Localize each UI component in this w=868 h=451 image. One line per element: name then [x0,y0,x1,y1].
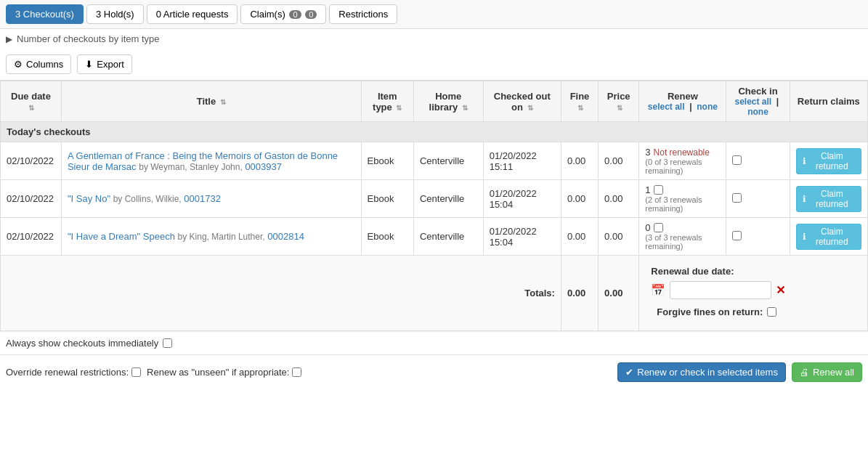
override-renewal-label: Override renewal restrictions: [6,367,141,378]
row3-checked-out-on: 01/20/2022 15:04 [483,218,561,256]
row2-checked-out-on: 01/20/2022 15:04 [483,180,561,218]
tab-restrictions[interactable]: Restrictions [329,4,397,24]
row3-renew: 0 (3 of 3 renewals remaining) [639,218,726,256]
row1-barcode-link[interactable]: 0003937 [245,161,282,172]
row3-check-in-checkbox[interactable] [732,231,742,240]
section-header-today: Today's checkouts [1,122,868,142]
checkouts-table: Due date ⇅ Title ⇅ Item type ⇅ Home libr… [0,81,868,331]
row1-price: 0.00 [599,142,639,180]
row2-price: 0.00 [599,180,639,218]
renew-select-links: select all | none [645,102,720,112]
row3-claim-returned-button[interactable]: ℹ Claim returned [796,224,861,250]
info-icon: ℹ [803,232,806,242]
row2-claim-returned-button[interactable]: ℹ Claim returned [796,186,861,212]
clear-date-button[interactable]: ✕ [776,283,785,297]
info-icon: ℹ [803,156,806,166]
tab-checkouts[interactable]: 3 Checkout(s) [6,4,84,24]
row3-check-in [726,218,790,256]
row2-renew-checkbox[interactable] [654,185,663,195]
tab-holds[interactable]: 3 Hold(s) [86,4,144,24]
claims-badge-2: 0 [305,10,317,19]
col-price[interactable]: Price ⇅ [599,81,639,122]
row2-title: "I Say No" by Collins, Wilkie, 0001732 [61,180,361,218]
row3-due-date: 02/10/2022 [1,218,62,256]
col-home-library[interactable]: Home library ⇅ [413,81,483,122]
forgive-fines-checkbox[interactable] [767,307,776,317]
row2-renew-count: 1 [645,184,662,195]
table-row: 02/10/2022 "I Have a Dream" Speech by Ki… [1,218,868,256]
row3-renew-checkbox[interactable] [654,223,663,232]
footer-bar: Override renewal restrictions: Renew as … [0,354,868,389]
forgive-fines-label: Forgive fines on return: [657,306,763,317]
date-input-row: 📅 ✕ [651,281,856,299]
toolbar: ⚙ Columns ⬇ Export [0,49,868,81]
col-return-claims: Return claims [790,81,867,122]
columns-button[interactable]: ⚙ Columns [6,54,71,74]
row2-fine: 0.00 [561,180,598,218]
row3-barcode-link[interactable]: 0002814 [267,231,304,242]
row3-item-type: Ebook [361,218,413,256]
renew-all-button[interactable]: 🖨 Renew all [792,362,862,382]
totals-price: 0.00 [599,256,639,331]
row2-barcode-link[interactable]: 0001732 [184,193,221,204]
tab-article-requests[interactable]: 0 Article requests [147,4,238,24]
row1-checked-out-on: 01/20/2022 15:11 [483,142,561,180]
col-due-date[interactable]: Due date ⇅ [1,81,62,122]
totals-fine: 0.00 [561,256,598,331]
row2-check-in [726,180,790,218]
tab-claims[interactable]: Claim(s) 0 0 [240,4,326,24]
claims-badge-1: 0 [289,10,301,19]
col-renew: Renew select all | none [639,81,726,122]
section-toggle-checkouts-by-type[interactable]: ▶ Number of checkouts by item type [0,29,868,49]
renewal-date-input[interactable] [670,281,771,299]
row2-home-library: Centerville [413,180,483,218]
print-icon: 🖨 [800,367,809,378]
override-renewal-checkbox[interactable] [131,367,141,377]
sort-checked-out-icon: ⇅ [527,104,533,112]
col-fine[interactable]: Fine ⇅ [561,81,598,122]
col-title[interactable]: Title ⇅ [61,81,361,122]
check-in-select-links: select all | none [732,97,783,117]
row2-check-in-checkbox[interactable] [732,193,742,203]
row1-fine: 0.00 [561,142,598,180]
export-button[interactable]: ⬇ Export [77,54,132,74]
row2-return-claims: ℹ Claim returned [790,180,867,218]
renew-unseen-checkbox[interactable] [292,367,301,377]
renew-select-all-link[interactable]: select all [648,102,685,112]
export-icon: ⬇ [85,59,93,70]
row3-title-link[interactable]: "I Have a Dream" Speech [68,231,175,242]
check-in-none-link[interactable]: none [747,107,768,117]
row3-return-claims: ℹ Claim returned [790,218,867,256]
action-buttons: ✔ Renew or check in selected items 🖨 Ren… [617,362,862,382]
col-item-type[interactable]: Item type ⇅ [361,81,413,122]
always-show-checkbox[interactable] [163,338,172,348]
sort-due-date-icon: ⇅ [28,104,34,112]
renew-none-link[interactable]: none [697,102,718,112]
sort-home-library-icon: ⇅ [462,104,468,112]
row2-title-link[interactable]: "I Say No" [68,193,110,204]
sort-item-type-icon: ⇅ [396,104,402,112]
sort-title-icon: ⇅ [220,98,226,106]
row3-renew-count: 0 [645,222,662,233]
row3-home-library: Centerville [413,218,483,256]
renew-selected-button[interactable]: ✔ Renew or check in selected items [617,362,786,382]
row2-item-type: Ebook [361,180,413,218]
row1-author: by Weyman, Stanley John, [139,162,243,172]
sort-fine-icon: ⇅ [577,104,583,112]
table-row: 02/10/2022 A Gentleman of France : Being… [1,142,868,180]
row1-check-in-checkbox[interactable] [732,155,742,165]
row3-fine: 0.00 [561,218,598,256]
row2-renew: 1 (2 of 3 renewals remaining) [639,180,726,218]
row3-price: 0.00 [599,218,639,256]
gear-icon: ⚙ [14,59,23,70]
row1-renew: 3 Not renewable (0 of 3 renewals remaini… [639,142,726,180]
row1-due-date: 02/10/2022 [1,142,62,180]
col-checked-out-on[interactable]: Checked out on ⇅ [483,81,561,122]
row2-author: by Collins, Wilkie, [113,194,182,204]
table-row: 02/10/2022 "I Say No" by Collins, Wilkie… [1,180,868,218]
row1-renew-count: 3 Not renewable [645,147,710,158]
info-icon: ℹ [803,194,806,204]
check-in-select-all-link[interactable]: select all [734,97,771,107]
row1-return-claims: ℹ Claim returned [790,142,867,180]
row1-claim-returned-button[interactable]: ℹ Claim returned [796,148,861,174]
